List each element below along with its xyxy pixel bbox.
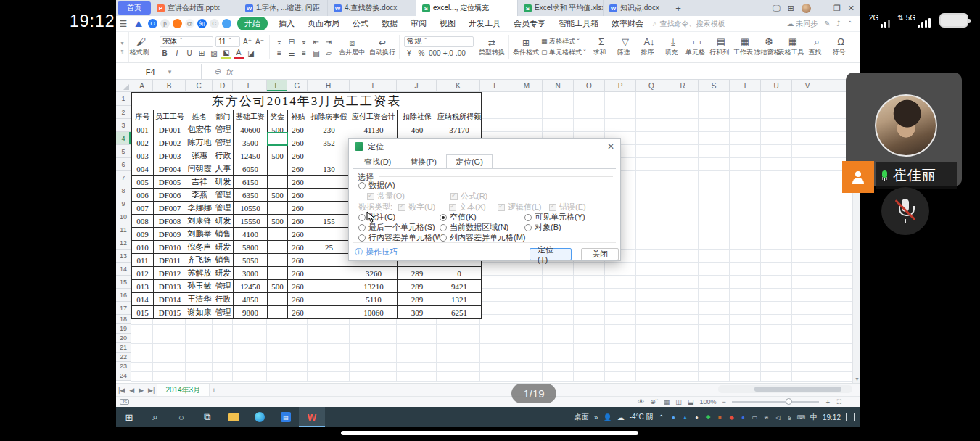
underline-icon[interactable]: U bbox=[184, 49, 194, 59]
row-header-11[interactable]: 11 bbox=[116, 223, 131, 236]
tray-icon-2[interactable]: ▲ bbox=[681, 413, 689, 421]
cell[interactable]: 5800 bbox=[234, 241, 268, 254]
sum-button[interactable]: Σ求和 bbox=[590, 32, 614, 62]
comma-icon[interactable]: 000 bbox=[429, 49, 441, 59]
cell[interactable]: 260 bbox=[288, 136, 308, 149]
cell[interactable]: 500 bbox=[268, 149, 288, 162]
cell[interactable]: 41130 bbox=[350, 123, 398, 136]
select-all-corner[interactable] bbox=[116, 80, 131, 92]
cell[interactable] bbox=[268, 254, 288, 267]
cell[interactable]: 管理 bbox=[213, 123, 234, 136]
eraser-icon[interactable]: ◪ bbox=[246, 49, 256, 59]
normal-view-icon[interactable]: ▦ bbox=[664, 398, 670, 405]
cell[interactable]: 王清华 bbox=[186, 293, 213, 306]
column-header-H[interactable]: H bbox=[308, 80, 350, 92]
row-header-6[interactable]: 6 bbox=[116, 158, 131, 171]
shrink-font-icon[interactable]: A⁻ bbox=[255, 36, 265, 46]
pin-app-icon[interactable]: p bbox=[160, 19, 170, 28]
cell[interactable]: DF013 bbox=[154, 280, 186, 293]
name-box[interactable]: F4 ▾ bbox=[116, 64, 202, 79]
browser-icon[interactable]: O bbox=[148, 19, 157, 28]
column-header-N[interactable]: N bbox=[543, 80, 574, 92]
wrap-text-button[interactable]: ↩ 自动换行 bbox=[367, 32, 398, 62]
hamburger-icon[interactable]: ☰ bbox=[116, 19, 131, 29]
cells-button[interactable]: ▭单元格 bbox=[685, 32, 709, 62]
cell[interactable]: 006 bbox=[132, 189, 154, 202]
cell[interactable]: 张惠 bbox=[186, 149, 213, 162]
header-cell[interactable]: 奖金 bbox=[268, 110, 288, 123]
fullscreen-icon[interactable]: ⛶ bbox=[837, 398, 841, 406]
type-convert-button[interactable]: ⇄ 类型转换 bbox=[477, 32, 507, 62]
tray-icon-6[interactable]: ◆ bbox=[728, 413, 736, 421]
cell[interactable]: 行政 bbox=[213, 293, 234, 306]
cell[interactable]: 005 bbox=[132, 176, 154, 189]
align-center-icon[interactable]: ☰ bbox=[287, 48, 297, 58]
cell[interactable]: 500 bbox=[268, 215, 288, 228]
increase-indent-icon[interactable]: ⇥ bbox=[324, 36, 334, 46]
cell[interactable]: 014 bbox=[132, 293, 154, 306]
cell[interactable]: 001 bbox=[132, 123, 154, 136]
fill-button[interactable]: ⤓填充 bbox=[662, 32, 685, 62]
grow-font-icon[interactable]: A⁺ bbox=[242, 36, 252, 46]
font-size-select[interactable]: 11 bbox=[215, 36, 240, 47]
home-indicator[interactable] bbox=[341, 431, 638, 435]
menu-tab-start[interactable]: 开始 bbox=[237, 17, 268, 30]
radio-option[interactable]: 最后一个单元格(S) bbox=[358, 222, 435, 233]
cell[interactable]: 0 bbox=[437, 267, 482, 280]
cell[interactable] bbox=[308, 280, 350, 293]
horizontal-scrollbar[interactable] bbox=[718, 385, 852, 393]
cell[interactable]: DF015 bbox=[154, 306, 186, 319]
cell[interactable]: 管理 bbox=[213, 136, 234, 149]
header-cell[interactable]: 姓名 bbox=[186, 110, 213, 123]
table-tools-button[interactable]: ▦表格工具 bbox=[781, 32, 805, 62]
column-header-F[interactable]: F bbox=[267, 80, 287, 92]
radio-option[interactable]: 行内容差异单元格(W) bbox=[358, 232, 445, 243]
cell[interactable]: 6251 bbox=[437, 306, 482, 319]
column-header-U[interactable]: U bbox=[761, 80, 792, 92]
cell[interactable]: 260 bbox=[288, 267, 308, 280]
row-header-19[interactable]: 19 bbox=[116, 324, 131, 334]
menu-tab-页面布局[interactable]: 页面布局 bbox=[301, 18, 346, 29]
close-icon[interactable]: ✕ bbox=[848, 4, 855, 13]
cell[interactable]: 行政 bbox=[213, 149, 234, 162]
row-header-5[interactable]: 5 bbox=[116, 145, 131, 158]
menu-tab-效率财会[interactable]: 效率财会 bbox=[605, 18, 650, 29]
cell[interactable]: 3000 bbox=[234, 267, 268, 280]
cell[interactable]: 1321 bbox=[437, 293, 482, 306]
cell[interactable]: 008 bbox=[132, 215, 154, 228]
mail-icon[interactable]: @ bbox=[185, 19, 194, 28]
tray-icon-5[interactable]: ■ bbox=[716, 413, 724, 421]
currency-icon[interactable]: ¥ bbox=[404, 49, 414, 59]
row-header-14[interactable]: 14 bbox=[116, 263, 131, 276]
dialog-close-icon[interactable]: ✕ bbox=[607, 141, 614, 152]
column-header-M[interactable]: M bbox=[511, 80, 543, 92]
cell[interactable]: 013 bbox=[132, 280, 154, 293]
page-break-icon[interactable]: ⬓ bbox=[688, 398, 694, 405]
collapse-ribbon-icon[interactable]: ⌃ bbox=[847, 20, 853, 28]
new-tab-button[interactable]: + bbox=[670, 3, 686, 14]
battery-tray-icon[interactable]: ▭ bbox=[751, 413, 759, 421]
cell[interactable]: 研发 bbox=[213, 176, 234, 189]
row-header-13[interactable]: 13 bbox=[116, 250, 131, 263]
cell[interactable]: 40600 bbox=[234, 123, 268, 136]
cell[interactable]: 289 bbox=[398, 280, 437, 293]
menu-tab-会员专享[interactable]: 会员专享 bbox=[507, 18, 552, 29]
radio-option[interactable]: 批注(C) bbox=[358, 212, 395, 223]
column-header-K[interactable]: K bbox=[437, 80, 480, 92]
wifi-tray-icon[interactable]: ≋ bbox=[762, 413, 770, 421]
font-color-icon[interactable]: A bbox=[234, 49, 244, 59]
bold-icon[interactable]: B bbox=[160, 49, 170, 59]
cell[interactable] bbox=[308, 228, 350, 241]
add-sheet-button[interactable]: + bbox=[210, 387, 218, 394]
notification-center-icon[interactable] bbox=[846, 413, 855, 421]
js-macro-icon[interactable]: JS bbox=[120, 399, 129, 405]
cell[interactable]: DF005 bbox=[154, 176, 186, 189]
cell[interactable]: 230 bbox=[308, 123, 350, 136]
align-left-icon[interactable]: ≡ bbox=[274, 48, 284, 58]
tray-expand-icon[interactable]: ⌃ bbox=[659, 413, 664, 421]
goto-button[interactable]: 定位(T) bbox=[530, 248, 572, 260]
cell[interactable]: 孙玉敏 bbox=[186, 280, 213, 293]
document-tab[interactable]: W知识点.docx bbox=[604, 0, 670, 16]
close-button[interactable]: 关闭 bbox=[581, 248, 619, 260]
menu-tab-审阅[interactable]: 审阅 bbox=[404, 18, 433, 29]
